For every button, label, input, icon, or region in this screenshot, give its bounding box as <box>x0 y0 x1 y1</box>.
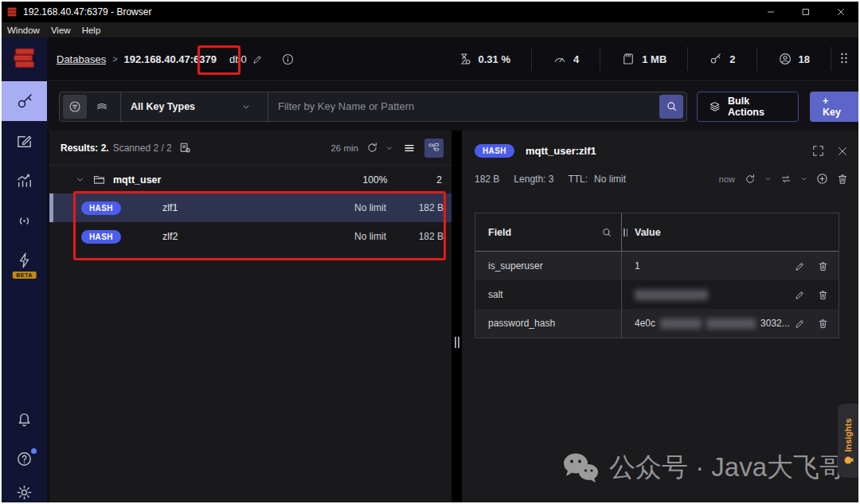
sidebar-item-notifications[interactable] <box>2 399 47 439</box>
detail-refresh-time: now <box>719 174 735 184</box>
close-button[interactable] <box>823 2 858 22</box>
sidebar-item-help[interactable] <box>2 439 47 479</box>
edit-pencil-icon[interactable] <box>252 53 264 65</box>
search-by-values-button[interactable] <box>90 95 114 119</box>
delete-field-icon[interactable] <box>817 260 829 272</box>
hash-row-password-hash[interactable]: password_hash 4e0c 3032... <box>475 309 838 338</box>
bulk-actions-label: Bulk Actions <box>728 96 787 118</box>
sidebar-item-pubsub[interactable] <box>2 201 47 240</box>
maximize-icon <box>801 7 811 17</box>
key-type-dropdown[interactable]: All Key Types <box>121 101 261 112</box>
key-detail-header: HASH mqtt_user:zlf1 <box>462 131 860 158</box>
sidebar-item-settings[interactable] <box>2 479 47 504</box>
minimize-icon <box>766 7 776 17</box>
bulk-actions-button[interactable]: Bulk Actions <box>697 92 799 122</box>
hash-row-salt[interactable]: salt <box>475 280 838 309</box>
column-resize-handle[interactable] <box>624 229 627 236</box>
delete-field-icon[interactable] <box>817 318 829 330</box>
stat-commands: 4 <box>532 52 600 66</box>
tree-view-button[interactable] <box>424 139 444 158</box>
app-window: 192.168.40.47:6379 - Browser Window View… <box>0 0 860 504</box>
key-detail-ttl-label: TTL: <box>568 174 588 185</box>
menu-window[interactable]: Window <box>2 25 45 35</box>
hash-row-is-superuser[interactable]: is_superuser 1 <box>475 252 838 280</box>
chevron-down-icon[interactable] <box>385 143 394 153</box>
menu-view[interactable]: View <box>45 25 76 35</box>
stat-commands-value: 4 <box>573 53 579 65</box>
folder-key-count: 2 <box>436 174 442 186</box>
instance-info-button[interactable] <box>281 53 295 66</box>
stat-cpu-value: 0.31 % <box>479 53 510 65</box>
chevron-down-icon[interactable] <box>764 174 772 183</box>
key-row-zlf2[interactable]: HASH zlf2 No limit 182 B <box>49 222 452 251</box>
redis-app-icon <box>6 6 18 18</box>
chevron-down-icon <box>240 101 252 112</box>
filter-icon <box>68 100 82 114</box>
edit-field-icon[interactable] <box>794 260 806 272</box>
filter-mode-button[interactable] <box>63 95 87 119</box>
cpu-usage-icon <box>458 52 472 66</box>
db-index-selector[interactable]: db0 <box>229 53 264 65</box>
redacted-value <box>635 290 708 300</box>
sidebar-item-analytics[interactable] <box>2 161 47 201</box>
memory-card-icon <box>621 52 635 66</box>
panel-resize-gutter[interactable] <box>452 131 462 504</box>
list-view-button[interactable] <box>400 139 419 158</box>
close-icon <box>836 7 846 17</box>
key-size: 182 B <box>386 231 452 242</box>
stat-keys-value: 2 <box>729 53 735 65</box>
beta-badge: BETA <box>12 272 37 279</box>
sidebar-item-workbench[interactable] <box>2 121 47 161</box>
gear-icon <box>15 483 33 502</box>
key-detail-ttl-value[interactable]: No limit <box>594 174 626 185</box>
key-filter-input[interactable] <box>268 100 659 112</box>
browser-toolbar: All Key Types Bulk Actions + Key <box>47 82 860 131</box>
tree-folder-row[interactable]: mqtt_user 100% 2 <box>49 166 452 193</box>
header-overflow-menu-button[interactable] <box>831 52 860 67</box>
list-settings-icon[interactable] <box>178 141 192 154</box>
insights-tab[interactable]: Insights <box>838 404 858 478</box>
minimize-button[interactable] <box>753 2 788 22</box>
search-button[interactable] <box>659 95 683 119</box>
pubsub-broadcast-icon <box>15 212 33 230</box>
refresh-icon[interactable] <box>366 141 379 154</box>
last-refresh-time: 26 min <box>330 143 358 153</box>
add-key-button[interactable]: + Key <box>810 92 860 122</box>
breadcrumb-databases-link[interactable]: Databases <box>57 53 106 65</box>
key-row-zlf1[interactable]: HASH zlf1 No limit 182 B <box>49 193 452 222</box>
column-field[interactable]: Field <box>475 213 622 251</box>
field-cell: salt <box>475 280 622 309</box>
edit-field-icon[interactable] <box>794 289 806 301</box>
refresh-icon[interactable] <box>744 173 756 186</box>
watermark: 公众号 · Java大飞哥 <box>561 450 846 486</box>
sidebar-item-browser[interactable] <box>2 81 47 121</box>
wechat-icon <box>561 451 600 485</box>
menu-help[interactable]: Help <box>76 25 107 35</box>
sidebar-item-triggers-functions[interactable]: BETA <box>2 240 47 280</box>
redis-logo[interactable] <box>13 46 37 70</box>
window-title: 192.168.40.47:6379 - Browser <box>23 6 151 18</box>
clients-icon <box>778 52 792 66</box>
add-field-icon[interactable] <box>815 172 829 186</box>
delete-key-icon[interactable] <box>836 173 849 186</box>
hash-fields-table: Field Value is_superuser 1 <box>475 213 839 338</box>
maximize-button[interactable] <box>788 2 823 22</box>
chevron-down-icon[interactable] <box>799 174 808 183</box>
key-detail-actions: now <box>719 172 849 186</box>
redacted-value <box>706 318 756 329</box>
resize-handle[interactable] <box>455 337 459 348</box>
field-search-icon[interactable] <box>600 226 613 239</box>
delete-field-icon[interactable] <box>817 289 829 301</box>
gauge-icon <box>553 52 567 66</box>
edit-field-icon[interactable] <box>794 318 806 330</box>
redacted-value <box>660 318 702 329</box>
workbench-icon <box>15 132 33 150</box>
stat-clients: 18 <box>757 52 831 66</box>
close-details-icon[interactable] <box>836 145 849 158</box>
format-switch-icon[interactable] <box>780 173 792 186</box>
keys-count-icon <box>709 52 723 66</box>
info-icon <box>281 53 295 66</box>
column-value[interactable]: Value <box>622 213 838 251</box>
fullscreen-icon[interactable] <box>811 144 825 158</box>
chevron-down-icon[interactable] <box>75 174 85 185</box>
